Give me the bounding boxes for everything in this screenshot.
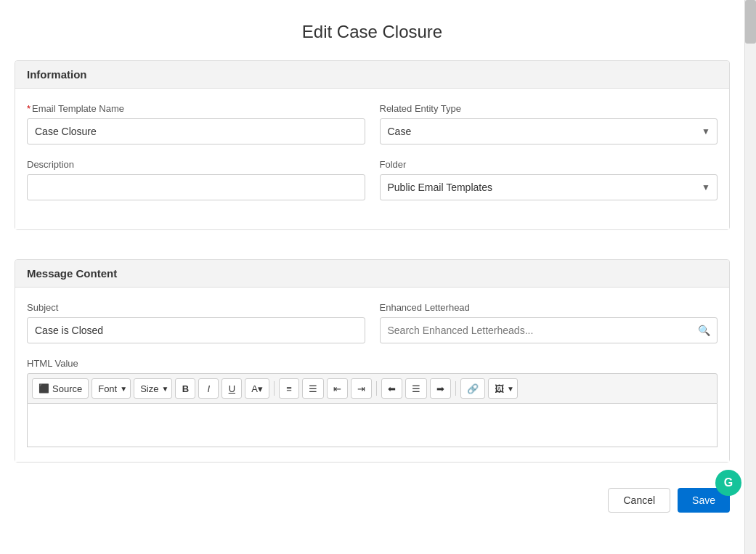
related-entity-type-select-wrapper: Case ▼ — [380, 118, 718, 144]
required-indicator: * — [27, 103, 31, 114]
toolbar-separator-3 — [455, 381, 456, 396]
enhanced-letterhead-group: Enhanced Letterhead 🔍 — [380, 302, 718, 343]
grammarly-icon: G — [724, 476, 733, 489]
link-icon: 🔗 — [467, 383, 479, 394]
information-section: Information *Email Template Name Related… — [15, 60, 730, 230]
underline-button[interactable]: U — [221, 378, 242, 399]
align-right-button[interactable]: ➡ — [430, 378, 451, 399]
enhanced-letterhead-label: Enhanced Letterhead — [380, 302, 718, 313]
message-content-section-header: Message Content — [15, 260, 729, 288]
increase-indent-icon: ⇥ — [357, 383, 365, 394]
toolbar-separator-1 — [274, 381, 275, 396]
underline-icon: U — [229, 383, 235, 394]
scrollbar[interactable] — [744, 0, 756, 554]
align-left-icon: ⬅ — [388, 383, 396, 394]
link-button[interactable]: 🔗 — [460, 378, 485, 399]
ordered-list-button[interactable]: ≡ — [279, 378, 299, 399]
search-icon: 🔍 — [698, 325, 710, 336]
image-icon: 🖼 — [495, 383, 504, 394]
subject-group: Subject — [27, 302, 365, 343]
align-center-icon: ☰ — [412, 383, 420, 394]
font-chevron-icon: ▼ — [120, 385, 127, 393]
font-color-icon: A▾ — [251, 383, 263, 394]
html-editor-body[interactable] — [27, 404, 718, 447]
decrease-indent-button[interactable]: ⇤ — [327, 378, 348, 399]
related-entity-type-group: Related Entity Type Case ▼ — [380, 103, 718, 144]
align-left-button[interactable]: ⬅ — [381, 378, 402, 399]
source-button[interactable]: ⬛ Source — [32, 378, 89, 399]
subject-label: Subject — [27, 302, 365, 313]
related-entity-type-select[interactable]: Case — [380, 118, 718, 144]
information-section-header: Information — [15, 61, 729, 89]
align-center-button[interactable]: ☰ — [405, 378, 427, 399]
ordered-list-icon: ≡ — [286, 383, 292, 394]
enhanced-letterhead-search-wrapper: 🔍 — [380, 317, 718, 343]
size-dropdown-button[interactable]: Size ▼ — [134, 378, 172, 399]
folder-group: Folder Public Email Templates ▼ — [380, 159, 718, 200]
image-button[interactable]: 🖼 ▼ — [488, 378, 518, 399]
increase-indent-button[interactable]: ⇥ — [351, 378, 372, 399]
folder-select-wrapper: Public Email Templates ▼ — [380, 174, 718, 200]
bold-button[interactable]: B — [175, 378, 195, 399]
footer-actions: Cancel Save — [15, 477, 730, 524]
html-value-section: HTML Value ⬛ Source Font ▼ Size — [27, 358, 718, 447]
unordered-list-icon: ☰ — [309, 383, 317, 394]
italic-button[interactable]: I — [198, 378, 219, 399]
html-value-label: HTML Value — [27, 358, 718, 369]
cancel-button[interactable]: Cancel — [608, 488, 670, 513]
related-entity-type-label: Related Entity Type — [380, 103, 718, 114]
email-template-name-group: *Email Template Name — [27, 103, 365, 144]
image-chevron-icon: ▼ — [507, 385, 514, 393]
email-template-name-input[interactable] — [27, 118, 365, 144]
align-right-icon: ➡ — [436, 383, 444, 394]
italic-icon: I — [208, 383, 211, 394]
source-icon: ⬛ — [38, 383, 49, 394]
decrease-indent-icon: ⇤ — [333, 383, 341, 394]
description-label: Description — [27, 159, 365, 170]
font-dropdown-button[interactable]: Font ▼ — [92, 378, 131, 399]
grammarly-button[interactable]: G — [715, 470, 741, 496]
unordered-list-button[interactable]: ☰ — [302, 378, 324, 399]
enhanced-letterhead-search-input[interactable] — [380, 317, 718, 343]
email-template-name-label: *Email Template Name — [27, 103, 365, 114]
page-title: Edit Case Closure — [15, 22, 730, 42]
toolbar-separator-2 — [376, 381, 377, 396]
font-color-button[interactable]: A▾ — [245, 378, 269, 399]
scrollbar-thumb[interactable] — [745, 0, 756, 44]
description-input[interactable] — [27, 174, 365, 200]
message-content-section: Message Content Subject Enhanced Letterh… — [15, 259, 730, 463]
size-chevron-icon: ▼ — [161, 385, 168, 393]
bold-icon: B — [182, 383, 189, 394]
description-group: Description — [27, 159, 365, 200]
html-editor-toolbar: ⬛ Source Font ▼ Size ▼ B — [27, 373, 718, 404]
subject-input[interactable] — [27, 317, 365, 343]
folder-label: Folder — [380, 159, 718, 170]
folder-select[interactable]: Public Email Templates — [380, 174, 718, 200]
